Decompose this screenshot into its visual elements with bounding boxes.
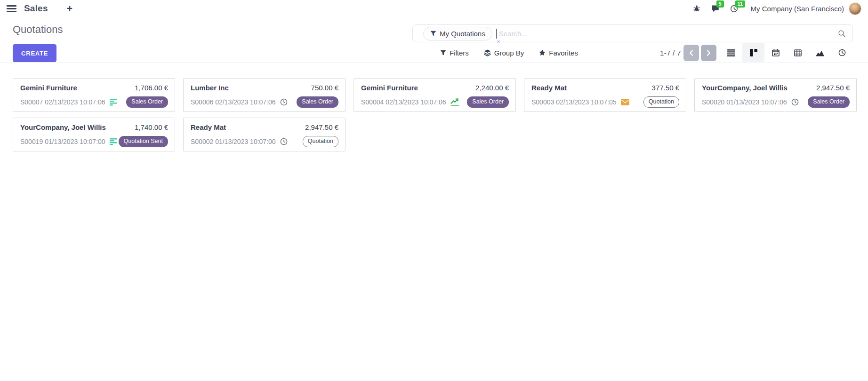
pager-next-button[interactable] [701, 45, 716, 61]
activity-view-icon [838, 49, 846, 56]
order-reference: S00007 02/13/2023 10:07:06 [20, 98, 105, 106]
sales-app-window: Sales + 5 11 My Company ( [0, 0, 868, 381]
plus-icon[interactable]: + [67, 4, 72, 13]
customer-name: Gemini Furniture [361, 84, 418, 92]
favorites-label: Favorites [549, 49, 578, 57]
order-amount: 750.00 € [311, 84, 338, 92]
view-graph-button[interactable] [809, 43, 831, 62]
kanban-grid: Gemini Furniture 1,706.00 € S00007 02/13… [13, 78, 857, 151]
debug-bug-icon[interactable] [691, 2, 703, 15]
customer-name: YourCompany, Joel Willis [20, 123, 106, 131]
list-activity-icon[interactable] [110, 98, 118, 106]
order-amount: 1,740.00 € [135, 123, 168, 131]
order-reference: S00020 01/13/2023 10:07:06 [702, 98, 787, 106]
order-amount: 377.50 € [652, 84, 679, 92]
filter-funnel-icon [430, 31, 436, 37]
list-activity-icon[interactable] [110, 138, 118, 145]
group-by-button[interactable]: Group By [484, 49, 524, 57]
order-reference: S00006 02/13/2023 10:07:06 [191, 98, 276, 106]
status-badge: Quotation [643, 96, 679, 108]
star-icon [539, 49, 546, 56]
order-amount: 2,947.50 € [305, 123, 338, 131]
company-name[interactable]: My Company (San Francisco) [751, 5, 844, 13]
search-facet-my-quotations[interactable]: My Quotations [423, 27, 492, 40]
card-footer-row: S00002 01/13/2023 10:07:00 Quotation [191, 136, 338, 147]
customer-name: Gemini Furniture [20, 84, 77, 92]
order-amount: 2,947.50 € [816, 84, 850, 92]
card-footer-row: S00006 02/13/2023 10:07:06 Sales Order [191, 96, 338, 108]
filters-label: Filters [450, 49, 469, 57]
view-switcher [720, 43, 853, 62]
app-name[interactable]: Sales [24, 3, 48, 14]
top-navbar: Sales + 5 11 My Company ( [0, 0, 868, 17]
order-reference: S00003 02/13/2023 10:07:05 [531, 98, 617, 106]
chevron-right-icon [707, 50, 711, 56]
calendar-view-icon [772, 49, 780, 56]
chevron-left-icon [689, 50, 693, 56]
messages-count-badge: 5 [716, 0, 724, 8]
kanban-card[interactable]: Ready Mat 2,947.50 € S00002 01/13/2023 1… [183, 118, 346, 151]
card-header-row: Ready Mat 377.50 € [531, 84, 679, 92]
view-list-button[interactable] [720, 43, 742, 62]
systray: 5 11 My Company (San Francisco) [684, 2, 861, 15]
card-footer-row: S00019 01/13/2023 10:07:00 Quotation Sen… [20, 136, 168, 147]
status-badge: Quotation Sent [119, 136, 168, 147]
card-header-row: Ready Mat 2,947.50 € [191, 123, 338, 131]
status-badge: Sales Order [808, 96, 850, 108]
order-amount: 1,706.00 € [135, 84, 168, 92]
list-view-icon [727, 49, 735, 56]
search-bar[interactable]: My Quotations × [412, 24, 853, 42]
layers-icon [484, 49, 491, 56]
pager-previous-button[interactable] [683, 45, 699, 61]
order-reference: S00019 01/13/2023 10:07:00 [20, 138, 105, 145]
status-badge: Quotation [303, 136, 338, 147]
activities-count-badge: 11 [735, 0, 746, 8]
customer-name: Ready Mat [531, 84, 567, 92]
card-header-row: Lumber Inc 750.00 € [191, 84, 338, 92]
envelope-icon[interactable] [621, 99, 629, 105]
group-by-label: Group By [494, 49, 524, 57]
filter-funnel-icon [440, 50, 446, 56]
pivot-view-icon [794, 49, 802, 56]
kanban-card[interactable]: Gemini Furniture 2,240.00 € S00004 02/13… [354, 78, 516, 112]
customer-name: Ready Mat [191, 123, 226, 131]
search-magnifier-icon[interactable] [838, 30, 846, 38]
create-button[interactable]: CREATE [13, 44, 56, 62]
pager-range: 1-7 / 7 [660, 43, 681, 62]
card-header-row: Gemini Furniture 1,706.00 € [20, 84, 168, 92]
view-activity-button[interactable] [831, 43, 853, 62]
clock-activity-icon[interactable] [280, 98, 288, 106]
view-pivot-button[interactable] [787, 43, 809, 62]
clock-activity-icon[interactable] [280, 138, 288, 145]
kanban-card[interactable]: Ready Mat 377.50 € S00003 02/13/2023 10:… [524, 78, 686, 112]
text-cursor [496, 29, 497, 39]
view-kanban-button[interactable] [742, 43, 764, 62]
user-avatar[interactable] [849, 2, 861, 15]
card-footer-row: S00004 02/13/2023 10:07:06 Sales Order [361, 96, 509, 108]
status-badge: Sales Order [126, 96, 168, 108]
apps-menu-icon[interactable] [7, 5, 16, 12]
search-options: Filters Group By Favorites [440, 43, 578, 62]
favorites-button[interactable]: Favorites [539, 49, 578, 57]
graph-view-icon [816, 49, 824, 56]
page-title: Quotations [13, 24, 63, 36]
clock-activity-icon[interactable] [791, 98, 799, 106]
card-footer-row: S00020 01/13/2023 10:07:06 Sales Order [702, 96, 850, 108]
messages-icon[interactable]: 5 [709, 2, 722, 15]
card-header-row: YourCompany, Joel Willis 1,740.00 € [20, 123, 168, 131]
kanban-card[interactable]: Lumber Inc 750.00 € S00006 02/13/2023 10… [183, 78, 346, 112]
kanban-card[interactable]: Gemini Furniture 1,706.00 € S00007 02/13… [13, 78, 175, 112]
order-amount: 2,240.00 € [475, 84, 509, 92]
card-footer-row: S00003 02/13/2023 10:07:05 Quotation [531, 96, 679, 108]
view-calendar-button[interactable] [764, 43, 787, 62]
search-input[interactable] [499, 30, 838, 38]
chart-up-icon[interactable] [450, 98, 459, 106]
activities-clock-icon[interactable]: 11 [728, 2, 740, 15]
kanban-card[interactable]: YourCompany, Joel Willis 2,947.50 € S000… [694, 78, 857, 112]
filters-button[interactable]: Filters [440, 49, 469, 57]
kanban-card[interactable]: YourCompany, Joel Willis 1,740.00 € S000… [13, 118, 175, 151]
status-badge: Sales Order [297, 96, 338, 108]
facet-label: My Quotations [440, 30, 485, 38]
customer-name: YourCompany, Joel Willis [702, 84, 788, 92]
kanban-view-icon [750, 49, 757, 56]
